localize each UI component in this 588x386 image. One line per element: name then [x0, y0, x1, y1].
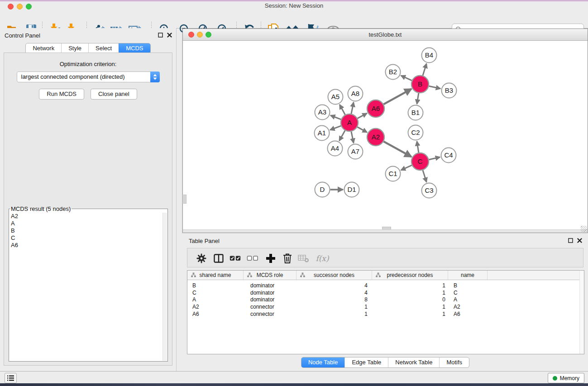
graph-node-B3[interactable]: B3: [442, 83, 457, 98]
close-window-button[interactable]: [8, 4, 14, 10]
network-minimize-button[interactable]: [197, 32, 203, 38]
deselect-all-icon[interactable]: [247, 253, 258, 264]
tab-mcds[interactable]: MCDS: [119, 43, 150, 53]
graph-edge-A-A3[interactable]: [330, 115, 341, 119]
graph-edge-A-A7[interactable]: [351, 132, 354, 143]
graph-edge-A2-C[interactable]: [384, 142, 411, 157]
run-mcds-button[interactable]: Run MCDS: [39, 89, 84, 100]
minimize-window-button[interactable]: [17, 4, 23, 10]
table-cell[interactable]: A2: [448, 304, 488, 310]
graph-edge-C-C4[interactable]: [429, 157, 440, 159]
table-row[interactable]: Cdominator41C: [187, 289, 584, 296]
graph-edge-A-A1[interactable]: [330, 126, 341, 130]
delete-table-icon[interactable]: [298, 253, 310, 264]
memory-button[interactable]: Memory: [548, 373, 584, 383]
close-panel-icon[interactable]: [577, 238, 582, 243]
table-cell[interactable]: 1: [372, 311, 448, 317]
tab-network[interactable]: Network: [26, 43, 61, 53]
graph-edge-B-B1[interactable]: [417, 93, 419, 104]
select-all-icon[interactable]: [229, 253, 241, 264]
table-cell[interactable]: connector: [244, 311, 296, 317]
result-item[interactable]: A6: [11, 242, 167, 249]
graph-edge-C-C3[interactable]: [423, 170, 426, 182]
column-header-predecessor-nodes[interactable]: predecessor nodes: [372, 271, 448, 280]
table-row[interactable]: Bdominator41B: [187, 282, 584, 289]
graph-node-A6[interactable]: A6: [367, 100, 384, 117]
table-cell[interactable]: dominator: [244, 290, 296, 296]
graph-edge-A-A2[interactable]: [358, 127, 367, 133]
tab-style[interactable]: Style: [61, 43, 88, 53]
table-cell[interactable]: A6: [187, 311, 244, 317]
graph-edge-A6-B[interactable]: [384, 89, 411, 105]
graph-edge-A-A5[interactable]: [339, 105, 345, 114]
dropdown-stepper-icon[interactable]: [150, 71, 160, 82]
graph-edge-B-B2[interactable]: [401, 76, 412, 81]
optimization-criterion-dropdown[interactable]: largest connected component (directed): [17, 71, 160, 82]
table-cell[interactable]: A: [187, 296, 244, 303]
result-item[interactable]: A: [11, 220, 167, 227]
graph-edge-A-A8[interactable]: [351, 102, 354, 114]
table-cell[interactable]: 0: [372, 296, 448, 303]
table-cell[interactable]: 1: [372, 290, 448, 296]
table-cell[interactable]: 1: [296, 311, 372, 317]
network-window-titlebar[interactable]: testGlobe.txt: [183, 29, 588, 41]
zoom-window-button[interactable]: [26, 4, 32, 10]
task-history-button[interactable]: [5, 373, 17, 383]
graph-node-C3[interactable]: C3: [422, 183, 437, 198]
graph-node-A4[interactable]: A4: [328, 141, 343, 156]
table-scrollbar[interactable]: [579, 271, 584, 354]
table-row[interactable]: A2connector11A2: [187, 303, 584, 310]
network-close-button[interactable]: [188, 32, 194, 38]
graph-edge-B-B4[interactable]: [423, 64, 426, 76]
column-header-name[interactable]: name: [448, 271, 488, 280]
tab-motifs[interactable]: Motifs: [439, 357, 469, 367]
add-column-icon[interactable]: [265, 253, 277, 264]
graph-node-C1[interactable]: C1: [386, 167, 401, 181]
graph-edge-C-C2[interactable]: [417, 141, 419, 152]
column-view-icon[interactable]: [213, 253, 225, 264]
table-cell[interactable]: 8: [296, 296, 372, 303]
graph-node-A7[interactable]: A7: [348, 144, 363, 159]
table-cell[interactable]: C: [187, 290, 244, 296]
table-row[interactable]: Adominator80A: [187, 296, 584, 304]
graph-node-A5[interactable]: A5: [328, 90, 343, 105]
table-cell[interactable]: 1: [372, 304, 448, 310]
graph-edge-C-C1[interactable]: [401, 165, 412, 170]
column-header-shared-name[interactable]: shared name: [187, 271, 244, 280]
float-panel-icon[interactable]: [568, 238, 573, 243]
table-cell[interactable]: connector: [244, 304, 296, 310]
table-cell[interactable]: A6: [448, 311, 488, 317]
resize-grip-icon[interactable]: [581, 226, 587, 232]
graph-node-D[interactable]: D: [315, 182, 330, 197]
canvas-vertical-scrollbar[interactable]: [183, 195, 186, 204]
float-panel-icon[interactable]: [158, 33, 163, 38]
tab-network-table[interactable]: Network Table: [388, 357, 439, 367]
table-cell[interactable]: 4: [296, 282, 372, 289]
table-cell[interactable]: B: [448, 282, 488, 289]
graph-edge-B-B3[interactable]: [429, 86, 440, 89]
table-cell[interactable]: B: [187, 282, 244, 289]
table-cell[interactable]: A: [448, 296, 488, 303]
graph-node-C2[interactable]: C2: [408, 125, 423, 140]
result-scrollbar[interactable]: [163, 213, 167, 361]
table-cell[interactable]: A2: [187, 304, 244, 310]
delete-column-icon[interactable]: [282, 253, 293, 264]
table-cell[interactable]: 4: [296, 290, 372, 296]
graph-node-A3[interactable]: A3: [315, 105, 330, 120]
graph-node-B4[interactable]: B4: [422, 48, 437, 63]
table-cell[interactable]: C: [448, 290, 488, 296]
graph-node-B1[interactable]: B1: [408, 105, 423, 120]
table-cell[interactable]: 1: [372, 282, 448, 289]
tab-edge-table[interactable]: Edge Table: [344, 357, 388, 367]
table-cell[interactable]: 1: [296, 304, 372, 310]
result-item[interactable]: C: [11, 234, 167, 242]
graph-node-A1[interactable]: A1: [315, 126, 330, 141]
graph-node-A[interactable]: A: [341, 114, 358, 131]
close-panel-icon[interactable]: [167, 33, 172, 38]
function-builder-icon[interactable]: f(x): [315, 253, 330, 264]
graph-node-A8[interactable]: A8: [348, 86, 363, 101]
column-header-successor-nodes[interactable]: successor nodes: [296, 271, 372, 280]
graph-node-C[interactable]: C: [411, 153, 429, 170]
column-header-mcds-role[interactable]: MCDS role: [244, 271, 296, 280]
graph-node-A2[interactable]: A2: [367, 129, 384, 146]
